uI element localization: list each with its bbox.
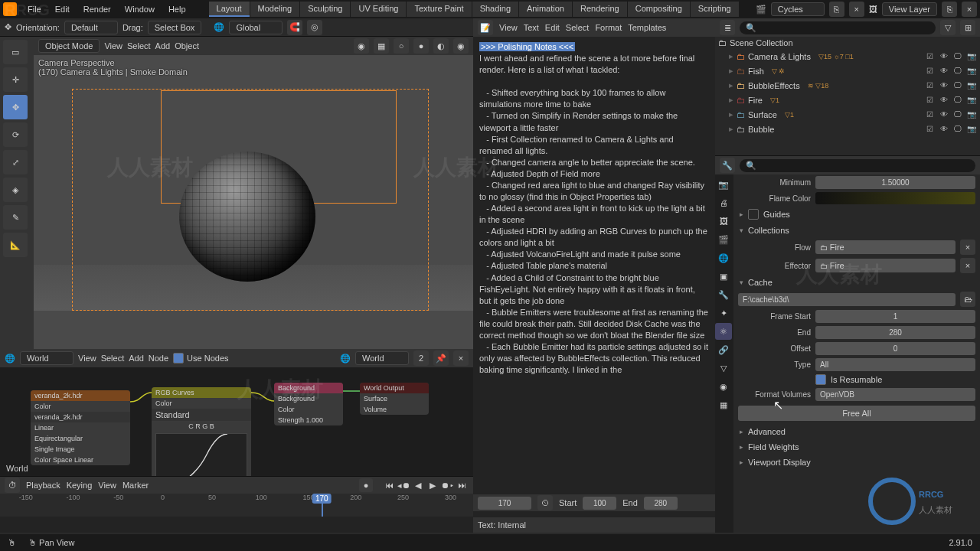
menu-edit[interactable]: Edit bbox=[49, 2, 76, 16]
tab-texpaint[interactable]: Texture Paint bbox=[407, 2, 471, 17]
viewlayer-del-icon[interactable]: × bbox=[962, 2, 977, 17]
close-icon[interactable]: × bbox=[453, 350, 469, 366]
ptab-world-icon[interactable]: 🌐 bbox=[715, 249, 732, 266]
node-background[interactable]: Background Background Color Strength 1.0… bbox=[274, 383, 343, 425]
node-world-output[interactable]: World Output Surface Volume bbox=[360, 383, 429, 415]
free-all-button[interactable]: Free All bbox=[738, 406, 975, 421]
props-editor-icon[interactable]: 🔧 bbox=[720, 158, 735, 173]
proportional-icon[interactable]: ◎ bbox=[307, 20, 322, 35]
panel-cache[interactable]: Cache bbox=[738, 275, 975, 290]
flame-color-field[interactable] bbox=[815, 192, 975, 204]
3d-viewport[interactable]: Object Mode View Select Add Object ◉ ▦ ○… bbox=[34, 37, 473, 349]
node-environment-tex[interactable]: veranda_2k.hdr Color veranda_2k.hdr Line… bbox=[31, 390, 130, 465]
shading-solid-icon[interactable]: ● bbox=[413, 38, 429, 54]
vp-menu-object[interactable]: Object bbox=[175, 41, 199, 51]
outliner-item[interactable]: ▸ 🗀 Camera & Lights▽15 ☼7 □1☑👁🖵📷 bbox=[715, 49, 980, 64]
minimum-field[interactable]: 1.50000 bbox=[815, 176, 975, 189]
te-select[interactable]: Select bbox=[566, 23, 590, 32]
ptab-scene-icon[interactable]: 🎬 bbox=[715, 231, 732, 248]
flow-clear-icon[interactable]: × bbox=[960, 240, 975, 255]
tl-playback[interactable]: Playback bbox=[26, 481, 60, 490]
tab-layout[interactable]: Layout bbox=[209, 2, 250, 17]
vp-menu-add[interactable]: Add bbox=[155, 41, 171, 51]
tl-keying[interactable]: Keying bbox=[67, 481, 93, 490]
rotate-tool-icon[interactable]: ⟳ bbox=[3, 122, 28, 147]
ptab-render-icon[interactable]: 📷 bbox=[715, 176, 732, 193]
use-nodes-checkbox[interactable]: Use Nodes bbox=[173, 353, 228, 364]
keyframe-prev-icon[interactable]: ◂⏺ bbox=[397, 478, 410, 492]
tab-sculpting[interactable]: Sculpting bbox=[300, 2, 350, 17]
shading-wire-icon[interactable]: ○ bbox=[394, 38, 409, 54]
te-templates[interactable]: Templates bbox=[628, 23, 666, 32]
outliner-item[interactable]: ▸ 🗀 Surface▽1☑👁🖵📷 bbox=[715, 107, 980, 122]
render-icon[interactable]: 📷 bbox=[965, 109, 977, 120]
ptab-modifier-icon[interactable]: 🔧 bbox=[715, 286, 732, 303]
menu-help[interactable]: Help bbox=[162, 2, 192, 16]
render-icon[interactable]: 📷 bbox=[965, 123, 977, 135]
shading-render-icon[interactable]: ◉ bbox=[453, 38, 469, 54]
shading-matprev-icon[interactable]: ◐ bbox=[433, 38, 449, 54]
ptab-material-icon[interactable]: ◉ bbox=[715, 378, 732, 395]
overlays-icon[interactable]: ◉ bbox=[354, 38, 369, 54]
end-frame-field[interactable]: 280 bbox=[644, 497, 678, 510]
scale-tool-icon[interactable]: ⤢ bbox=[3, 150, 28, 174]
te-view[interactable]: View bbox=[499, 23, 518, 32]
autokey-icon[interactable]: ● bbox=[359, 478, 373, 492]
ne-menu-node[interactable]: Node bbox=[149, 354, 168, 363]
guides-checkbox[interactable] bbox=[748, 209, 759, 220]
disable-icon[interactable]: 🖵 bbox=[952, 80, 963, 91]
render-icon[interactable]: 📷 bbox=[965, 80, 977, 91]
timeline-ruler[interactable]: -150 -100 -50 0 50 100 150 200 250 300 1… bbox=[0, 494, 473, 517]
text-editor-icon[interactable]: 📝 bbox=[478, 20, 493, 35]
offset-field[interactable]: 0 bbox=[815, 342, 975, 355]
start-frame-field[interactable]: 100 bbox=[583, 497, 616, 510]
vp-menu-select[interactable]: Select bbox=[127, 41, 151, 51]
hide-icon[interactable]: 👁 bbox=[938, 80, 949, 91]
tab-uv[interactable]: UV Editing bbox=[351, 2, 406, 17]
hide-icon[interactable]: 👁 bbox=[938, 123, 949, 135]
ptab-object-icon[interactable]: ▣ bbox=[715, 268, 732, 285]
world-slot-dropdown[interactable]: World bbox=[355, 351, 409, 365]
outliner-root[interactable]: 🗀 Scene Collection bbox=[715, 37, 980, 49]
render-icon[interactable]: 📷 bbox=[965, 65, 977, 77]
pin-icon[interactable]: 📌 bbox=[433, 350, 449, 366]
frame-end-field[interactable]: 280 bbox=[815, 326, 975, 339]
cache-path-field[interactable]: F:\cache\b3d\ bbox=[738, 293, 956, 306]
tab-shading[interactable]: Shading bbox=[472, 2, 518, 17]
text-body[interactable]: >>> Polishing Notes <<< I went ahead and… bbox=[473, 37, 715, 517]
tl-view[interactable]: View bbox=[98, 481, 116, 490]
mode-dropdown[interactable]: Object Mode bbox=[38, 39, 100, 53]
exclude-icon[interactable]: ☑ bbox=[924, 65, 936, 77]
cursor-tool-icon[interactable]: ✛ bbox=[3, 67, 28, 92]
format-dropdown[interactable]: OpenVDB bbox=[815, 388, 975, 401]
tab-scripting[interactable]: Scripting bbox=[691, 2, 739, 17]
panel-advanced[interactable]: Advanced bbox=[738, 424, 975, 439]
effector-clear-icon[interactable]: × bbox=[960, 258, 975, 273]
outliner-mode-icon[interactable]: ≣ bbox=[720, 20, 735, 35]
hide-icon[interactable]: 👁 bbox=[938, 51, 949, 62]
tab-compositing[interactable]: Compositing bbox=[628, 2, 690, 17]
disable-icon[interactable]: 🖵 bbox=[952, 109, 963, 120]
viewlayer-dropdown[interactable]: View Layer bbox=[882, 2, 937, 16]
node-rgb-curves[interactable]: RGB Curves Color Standard C R G B X: 0.3… bbox=[152, 387, 251, 476]
ptab-texture-icon[interactable]: ▦ bbox=[715, 396, 732, 413]
hide-icon[interactable]: 👁 bbox=[938, 94, 949, 106]
tab-animation[interactable]: Animation bbox=[519, 2, 572, 17]
disable-icon[interactable]: 🖵 bbox=[952, 51, 963, 62]
node-editor[interactable]: World veranda_2k.hdr Color veranda_2k.hd… bbox=[0, 367, 473, 476]
cache-type-dropdown[interactable]: All bbox=[815, 358, 975, 371]
scene-new-icon[interactable]: ⎘ bbox=[829, 2, 844, 17]
disable-icon[interactable]: 🖵 bbox=[952, 94, 963, 106]
render-icon[interactable]: 📷 bbox=[965, 94, 977, 106]
jump-start-icon[interactable]: ⏮ bbox=[382, 478, 396, 492]
ne-menu-view[interactable]: View bbox=[78, 354, 96, 363]
select-tool-icon[interactable]: ▭ bbox=[3, 40, 28, 64]
ptab-particles-icon[interactable]: ✦ bbox=[715, 305, 732, 321]
exclude-icon[interactable]: ☑ bbox=[924, 51, 936, 62]
outliner-search[interactable]: 🔍 bbox=[740, 21, 936, 34]
viewlayer-new-icon[interactable]: ⎘ bbox=[942, 2, 957, 17]
transform-dropdown[interactable]: Global bbox=[229, 21, 283, 34]
drag-dropdown[interactable]: Select Box bbox=[148, 21, 202, 34]
exclude-icon[interactable]: ☑ bbox=[924, 123, 936, 135]
xray-icon[interactable]: ▦ bbox=[374, 38, 389, 54]
